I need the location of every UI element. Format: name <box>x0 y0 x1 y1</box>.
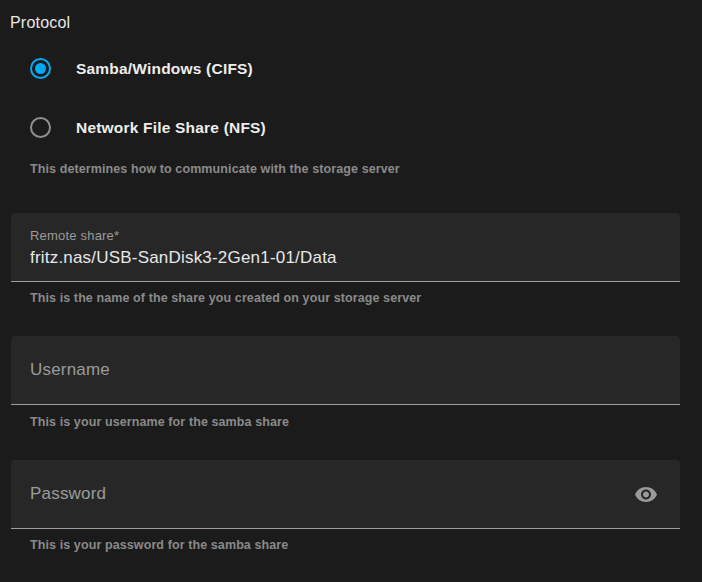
visibility-eye-icon <box>634 482 658 506</box>
password-input[interactable] <box>30 460 620 528</box>
username-helper-text: This is your username for the samba shar… <box>30 415 289 430</box>
radio-option-samba-cifs[interactable]: Samba/Windows (CIFS) <box>30 58 253 79</box>
radio-button-icon[interactable] <box>30 117 51 138</box>
radio-dot <box>35 63 46 74</box>
protocol-helper-text: This determines how to communicate with … <box>30 162 400 177</box>
password-helper-text: This is your password for the samba shar… <box>30 538 288 553</box>
remote-share-field[interactable]: Remote share* <box>11 213 680 282</box>
remote-share-input[interactable] <box>30 245 661 271</box>
protocol-group-label: Protocol <box>10 13 70 33</box>
username-field[interactable] <box>11 336 680 405</box>
radio-option-samba-cifs-label: Samba/Windows (CIFS) <box>76 60 253 78</box>
password-field[interactable] <box>11 460 680 529</box>
toggle-password-visibility-button[interactable] <box>633 482 658 507</box>
radio-dot <box>35 122 46 133</box>
radio-option-nfs[interactable]: Network File Share (NFS) <box>30 117 266 138</box>
radio-button-icon[interactable] <box>30 58 51 79</box>
username-input[interactable] <box>30 336 661 404</box>
remote-share-field-label: Remote share* <box>30 228 119 243</box>
remote-share-helper-text: This is the name of the share you create… <box>30 291 421 306</box>
storage-config-form: Protocol Samba/Windows (CIFS) Network Fi… <box>0 0 702 582</box>
radio-option-nfs-label: Network File Share (NFS) <box>76 119 266 137</box>
